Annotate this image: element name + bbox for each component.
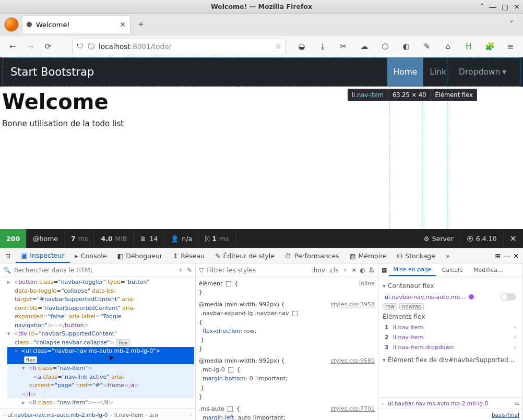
nav-home[interactable]: Home <box>387 57 424 87</box>
address-bar[interactable]: 🛡 ⓘ localhost:8001/todo/ ☆ <box>72 39 286 54</box>
dom-tree[interactable]: ▸<button class="navbar-toggler" type="bu… <box>0 277 195 417</box>
storage-icon: ⛁ <box>397 252 402 260</box>
browser-tab[interactable]: Welcome! ✕ <box>22 16 130 33</box>
contrast-icon[interactable]: ◐ <box>360 267 365 274</box>
tracking-shield-icon[interactable]: 🛡 <box>77 42 84 50</box>
bc-back-icon[interactable]: ‹ <box>382 400 384 406</box>
flex-of-section[interactable]: ▾Élément flex de div#navbarSupported… <box>383 356 518 364</box>
twig-icon: ᛞ <box>205 235 209 243</box>
sf-twig[interactable]: ᛞ 1 ms <box>199 229 235 248</box>
tab-console[interactable]: ▸Console <box>70 248 112 263</box>
layout-basis[interactable]: basis/final <box>378 409 522 420</box>
box-model-icon[interactable]: ▦ <box>382 267 387 273</box>
firefox-logo-icon[interactable] <box>4 17 19 32</box>
dom-toolbar: 🔍 ＋ ✎ <box>0 263 195 277</box>
menu-icon[interactable]: ≡ <box>503 39 518 54</box>
dom-search-input[interactable] <box>14 267 174 274</box>
ext2-icon[interactable]: ☁ <box>357 39 372 54</box>
extensions-icon[interactable]: 🧩 <box>482 39 497 54</box>
debugger-icon: ◧ <box>117 252 123 260</box>
tab-style-editor[interactable]: ✎Éditeur de style <box>210 248 280 263</box>
dom-breadcrumb[interactable]: ‹ ul.navbar-nav.ms-auto.mb-2.mb-lg-0 › l… <box>0 409 195 420</box>
tab-changes[interactable]: Modifica… <box>469 265 507 275</box>
hov-button[interactable]: :hov <box>312 267 325 274</box>
flex-item-row[interactable]: 3li.nav-item.dropdown› <box>383 342 518 352</box>
layout-pane: ▦ Mise en page Calculé Modifica… ▾Conten… <box>378 263 523 420</box>
sf-memory[interactable]: 4.0 MiB <box>94 229 134 248</box>
window-controls: ˅ — ▢ ✕ <box>480 3 520 11</box>
console-icon: ▸ <box>75 252 78 260</box>
tab-inspector[interactable]: ▣Inspecteur <box>16 248 69 263</box>
window-close-icon[interactable]: ✕ <box>514 3 520 11</box>
filter-icon: ▽ <box>199 267 204 274</box>
ext7-icon[interactable]: H <box>461 39 476 54</box>
rde-icon[interactable]: ⊞ <box>495 252 501 260</box>
sf-server[interactable]: ⚙ Server <box>418 229 460 248</box>
window-minimize-icon[interactable]: — <box>489 3 496 11</box>
tab-debugger[interactable]: ◧Débogueur <box>112 248 167 263</box>
tab-performance[interactable]: ⏱Performances <box>280 248 344 263</box>
add-rule-icon[interactable]: ＋ <box>342 266 348 274</box>
devtools-body: 🔍 ＋ ✎ ▸<button class="navbar-toggler" ty… <box>0 263 523 420</box>
add-node-icon[interactable]: ＋ <box>177 266 184 274</box>
ext6-icon[interactable]: ⌂ <box>441 39 455 54</box>
sf-close-icon[interactable]: ✕ <box>504 234 523 244</box>
downloads-icon[interactable]: ⭳ <box>315 39 330 54</box>
tab-memory[interactable]: ▦Mémoire <box>344 248 392 263</box>
flex-container-selector[interactable]: ul.navbar-nav.ms-auto.mb… <box>383 292 518 302</box>
sf-db[interactable]: 🗎 14 <box>134 229 164 248</box>
network-icon: ↕ <box>173 252 178 260</box>
back-button[interactable]: ← <box>5 39 20 54</box>
sf-status[interactable]: 200 <box>0 229 27 248</box>
overlay-color-swatch[interactable] <box>469 294 474 299</box>
styles-pane: ▽ :hov .cls ＋ ☀ ◐ 🖶 élément {inline} sty… <box>196 263 378 420</box>
sf-user[interactable]: 👤 n/a <box>164 229 199 248</box>
bc-left-icon[interactable]: ‹ <box>3 412 5 418</box>
cls-button[interactable]: .cls <box>328 267 339 274</box>
reload-button[interactable]: ⟳ <box>41 39 55 54</box>
site-info-icon[interactable]: ⓘ <box>88 42 94 51</box>
sf-time[interactable]: 7 ms <box>65 229 94 248</box>
window-maximize-icon[interactable]: ▢ <box>502 3 508 11</box>
sf-version[interactable]: ⦿ 6.4.10 <box>460 229 504 248</box>
tab-more[interactable]: » <box>441 248 455 263</box>
layout-breadcrumb[interactable]: ‹ ul.navbar-nav.ms-auto.mb-2.mb-lg-0 ⇆ <box>378 397 522 409</box>
flex-container-section[interactable]: ▾Conteneur flex <box>383 282 518 290</box>
flex-item-row[interactable]: 1li.nav-item› <box>383 322 518 332</box>
inspector-icon: ▣ <box>21 251 27 259</box>
tab-layout[interactable]: Mise en page <box>389 264 435 276</box>
bookmark-star-icon[interactable]: ☆ <box>275 42 281 50</box>
print-icon[interactable]: 🖶 <box>369 267 375 274</box>
window-roll-icon[interactable]: ˅ <box>480 3 484 11</box>
tab-list-button[interactable]: ˅ <box>504 16 519 32</box>
sf-route[interactable]: @home <box>27 229 65 248</box>
pick-element-button[interactable]: ⊡ <box>0 248 16 263</box>
eyedropper-icon[interactable]: ✎ <box>187 267 192 274</box>
page-viewport: Start Bootstrap Home Link Dropdown▾ li.n… <box>0 57 523 229</box>
window-title: Welcome! — Mozilla Firefox <box>211 3 312 10</box>
tab-title: Welcome! <box>36 21 115 29</box>
flex-item-row[interactable]: 2li.nav-item› <box>383 332 518 342</box>
ext1-icon[interactable]: ✂ <box>336 39 351 54</box>
ext4-icon[interactable]: ◐ <box>399 39 413 54</box>
ext3-icon[interactable]: ⬡ <box>378 39 393 54</box>
tab-storage[interactable]: ⛁Stockage <box>392 248 441 263</box>
overlay-toggle[interactable] <box>501 293 516 301</box>
tab-favicon-icon <box>27 22 32 27</box>
bc-right-icon[interactable]: › <box>190 412 192 418</box>
styles-filter-input[interactable] <box>207 267 308 274</box>
toolbar: ← → ⟳ 🛡 ⓘ localhost:8001/todo/ ☆ ◒ ⭳ ✂ ☁… <box>0 35 523 57</box>
style-icon: ✎ <box>215 252 220 260</box>
new-tab-button[interactable]: ＋ <box>134 17 148 32</box>
pocket-icon[interactable]: ◒ <box>294 39 309 54</box>
tab-computed[interactable]: Calculé <box>438 265 467 275</box>
element-tooltip: li.nav-item 63.25 × 40 Élément flex <box>348 89 477 101</box>
tab-close-icon[interactable]: ✕ <box>120 20 126 29</box>
styles-rules[interactable]: élément {inline} styles.css:3958@media (… <box>196 277 378 420</box>
ext5-icon[interactable]: ✎ <box>420 39 434 54</box>
tab-network[interactable]: ↕Réseau <box>168 248 210 263</box>
devtools-menu-icon[interactable]: ⋯ <box>504 252 510 260</box>
search-icon: 🔍 <box>3 267 11 274</box>
light-icon[interactable]: ☀ <box>351 267 357 274</box>
devtools-close-icon[interactable]: ✕ <box>514 252 519 260</box>
